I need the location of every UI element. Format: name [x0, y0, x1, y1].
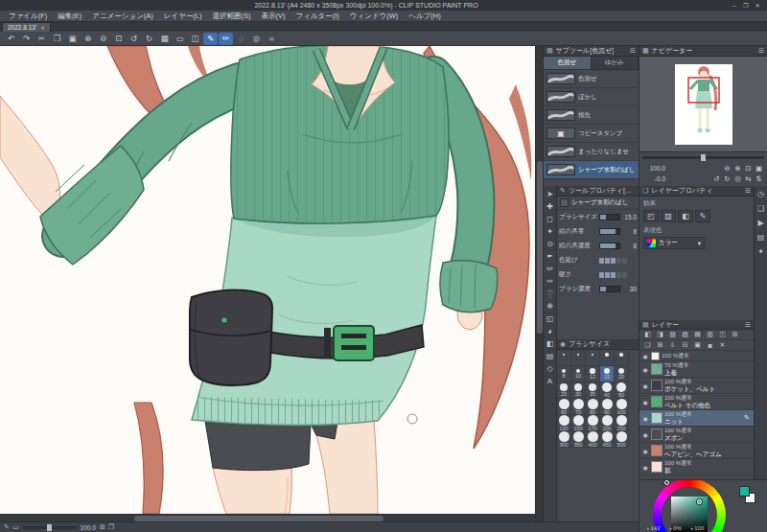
- cut-icon[interactable]: ✂: [35, 33, 49, 45]
- property-slider[interactable]: [599, 243, 620, 249]
- opacity-icon[interactable]: ◨: [655, 331, 665, 338]
- subtool-tab[interactable]: 色混ぜ: [544, 57, 592, 69]
- fill-tool-icon[interactable]: ◧: [544, 337, 556, 350]
- brush-size-cell[interactable]: 70: [571, 399, 586, 415]
- layer-visibility-icon[interactable]: ◉: [641, 431, 649, 438]
- close-button[interactable]: ✕: [752, 2, 763, 9]
- brush-size-cell[interactable]: [615, 350, 629, 366]
- merge-down-icon[interactable]: ⊟: [680, 341, 690, 349]
- reset-rotate-icon[interactable]: ◎: [732, 174, 743, 184]
- pen-pressure-icon[interactable]: ✎: [4, 523, 10, 531]
- layer-visibility-icon[interactable]: ◉: [641, 448, 649, 454]
- selection-info-icon[interactable]: ▭: [12, 523, 19, 531]
- property-slider[interactable]: [599, 286, 620, 292]
- brush-size-cell[interactable]: 50: [615, 382, 629, 399]
- operation-tool-icon[interactable]: ➤: [544, 188, 556, 200]
- navigator-preview[interactable]: [639, 57, 767, 152]
- layer-row[interactable]: ◉ 70 %通常 上着 ✎: [639, 361, 754, 378]
- navigator-zoom-slider[interactable]: [642, 156, 764, 159]
- menu-item[interactable]: ファイル(F): [4, 11, 52, 21]
- fit-icon[interactable]: ⊡: [743, 164, 754, 173]
- pen-tool-icon[interactable]: ✒: [544, 250, 556, 263]
- brush-size-cell[interactable]: [600, 350, 615, 366]
- brush-size-cell[interactable]: 150: [571, 415, 586, 431]
- undo-icon[interactable]: ↶: [4, 33, 18, 45]
- zoom-out-icon[interactable]: ⊖: [722, 164, 732, 173]
- brush-size-cell[interactable]: 100: [615, 399, 629, 415]
- pen-snap-icon[interactable]: ✎: [203, 33, 218, 45]
- canvas-vertical-scrollbar[interactable]: [535, 46, 543, 521]
- brush-size-cell[interactable]: 170: [586, 415, 600, 431]
- layer-visibility-icon[interactable]: ◉: [641, 415, 649, 422]
- layer-visibility-icon[interactable]: ◉: [641, 464, 649, 471]
- eraser-tool-icon[interactable]: ◱: [544, 312, 556, 325]
- redo-icon[interactable]: ↷: [19, 33, 34, 45]
- figure-tool-icon[interactable]: ◇: [544, 362, 556, 375]
- rotate-ccw-icon[interactable]: ↺: [127, 33, 141, 45]
- sub-view-icon[interactable]: ▤: [757, 233, 765, 242]
- property-slider[interactable]: [599, 228, 620, 235]
- new-layer-icon[interactable]: ❏: [642, 341, 653, 349]
- expression-color-dropdown[interactable]: カラー ▾: [643, 237, 705, 249]
- property-segments[interactable]: [599, 272, 627, 278]
- subtool-item[interactable]: ▣ シャープ水彩のばし: [544, 161, 639, 179]
- lock-icon[interactable]: ▥: [705, 331, 715, 338]
- layer-row[interactable]: ◉ 100 %通常 ✎: [639, 351, 754, 361]
- copy-icon[interactable]: ❐: [50, 33, 64, 45]
- protect-opacity-icon[interactable]: ▧: [667, 331, 678, 338]
- pencil-tool-icon[interactable]: ✏: [544, 263, 556, 275]
- menu-item[interactable]: フィルター(I): [291, 11, 344, 21]
- subtool-item[interactable]: ▣ ぼかし: [544, 88, 639, 106]
- zoom-out-icon[interactable]: ⊖: [96, 33, 110, 45]
- brush-size-cell[interactable]: 20: [615, 366, 629, 382]
- panel-menu-icon[interactable]: ☰: [745, 187, 751, 195]
- subtool-item[interactable]: ▣ まったりなじませ: [544, 143, 639, 161]
- tab-close-icon[interactable]: ✕: [40, 25, 45, 31]
- crop-icon[interactable]: ⌗: [265, 33, 279, 45]
- brush-size-cell[interactable]: 80: [586, 399, 600, 415]
- lock-alpha-icon[interactable]: ◫: [717, 331, 728, 338]
- brush-size-cell[interactable]: 250: [615, 415, 629, 431]
- layer-visibility-icon[interactable]: ◉: [641, 353, 649, 359]
- menu-item[interactable]: 編集(E): [53, 11, 86, 21]
- history-icon[interactable]: ❏: [757, 204, 764, 213]
- blend-mode-icon[interactable]: ◧: [642, 331, 653, 338]
- brush-size-cell[interactable]: 8: [557, 366, 571, 382]
- decoration-tool-icon[interactable]: ❉: [544, 300, 556, 312]
- layer-row[interactable]: ◉ 100 %通常 肌 ✎: [639, 459, 754, 475]
- eyedropper-tool-icon[interactable]: ⊙: [544, 238, 556, 250]
- status-zoom-slider[interactable]: [23, 526, 77, 529]
- layer-color-effect-icon[interactable]: ◧: [678, 210, 693, 222]
- panel-menu-icon[interactable]: ☰: [758, 47, 764, 55]
- rotate-cw-icon[interactable]: ↻: [722, 174, 732, 184]
- property-segments[interactable]: [599, 258, 627, 264]
- brush-size-cell[interactable]: 35: [586, 382, 600, 399]
- brush-tool-icon[interactable]: ✑: [544, 275, 556, 288]
- deselect-icon[interactable]: ◎: [249, 33, 264, 45]
- brush-size-cell[interactable]: 450: [600, 431, 615, 448]
- subtool-item[interactable]: ▣ 指先: [544, 106, 639, 125]
- zoom-in-icon[interactable]: ⊕: [732, 164, 743, 173]
- move-tool-icon[interactable]: ✚: [544, 200, 556, 213]
- flip-vertical-icon[interactable]: ⇅: [754, 174, 764, 184]
- draft-effect-icon[interactable]: ✎: [695, 210, 710, 222]
- blend-tool-icon[interactable]: ◕: [544, 325, 556, 337]
- menu-item[interactable]: レイヤー(L): [159, 11, 207, 21]
- layer-visibility-icon[interactable]: ◉: [641, 366, 649, 373]
- brush-size-cell[interactable]: [586, 350, 600, 366]
- auto-select-tool-icon[interactable]: ✦: [544, 225, 556, 238]
- material-icon[interactable]: ✦: [757, 247, 764, 256]
- delete-layer-icon[interactable]: ✕: [717, 341, 728, 349]
- subtool-item[interactable]: ▣ 色混ぜ: [544, 70, 639, 88]
- transfer-down-icon[interactable]: ⇩: [667, 341, 678, 349]
- brush-size-cell[interactable]: [557, 350, 571, 366]
- apply-mask-icon[interactable]: ◙: [705, 342, 715, 349]
- airbrush-tool-icon[interactable]: ░: [544, 288, 556, 300]
- clip-icon[interactable]: ▨: [680, 331, 690, 338]
- rotate-ccw-icon[interactable]: ↺: [711, 174, 722, 184]
- brush-size-cell[interactable]: 10: [571, 366, 586, 382]
- canvas-horizontal-scrollbar[interactable]: [0, 514, 535, 521]
- panel-menu-icon[interactable]: ☰: [630, 47, 636, 55]
- brush-size-cell[interactable]: 120: [557, 415, 571, 431]
- menu-item[interactable]: ウィンドウ(W): [345, 11, 403, 21]
